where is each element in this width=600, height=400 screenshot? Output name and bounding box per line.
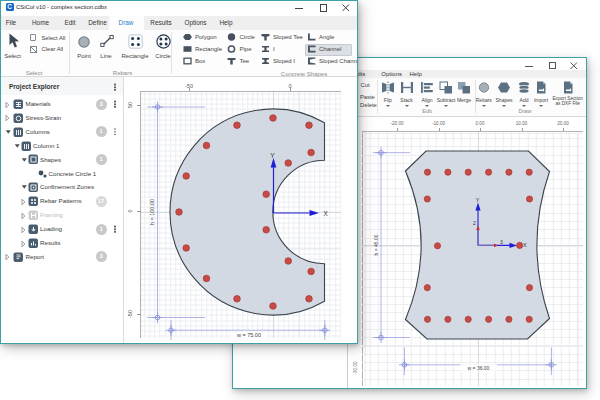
svg-text:3: 3 <box>500 239 503 245</box>
svg-text:h = 45.00: h = 45.00 <box>373 234 379 255</box>
svg-text:Y: Y <box>476 197 480 203</box>
svg-text:h = 100.00: h = 100.00 <box>149 199 155 225</box>
svg-text:w = 36.00: w = 36.00 <box>468 365 490 371</box>
svg-text:w = 75.00: w = 75.00 <box>236 332 261 338</box>
svg-text:X: X <box>523 242 527 248</box>
svg-text:Y: Y <box>270 152 275 159</box>
svg-text:2: 2 <box>473 220 476 226</box>
svg-text:X: X <box>324 210 329 217</box>
